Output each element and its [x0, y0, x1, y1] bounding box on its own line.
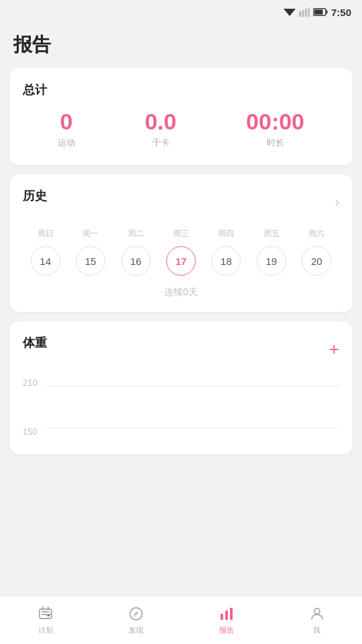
chart-top-line	[47, 386, 339, 386]
weight-card: 体重 + 210 150	[9, 321, 353, 454]
history-chevron-icon[interactable]: ›	[335, 195, 339, 209]
day-label-1: 周一	[72, 228, 109, 239]
report-icon	[218, 605, 235, 623]
day-label-3: 周三	[162, 228, 200, 239]
content-area: 总计 0 运动 0.0 千卡 00:00 时长 历史 › 周日 周一 周二 周	[0, 68, 362, 640]
nav-item-plan[interactable]: 计划	[0, 596, 90, 644]
nav-item-me[interactable]: 我	[272, 596, 362, 644]
svg-marker-0	[284, 9, 296, 16]
stat-calories: 0.0 千卡	[145, 110, 176, 149]
streak-text: 连续0天	[23, 286, 339, 299]
stat-exercise-value: 0	[60, 110, 72, 133]
date-15[interactable]: 15	[76, 246, 105, 276]
week-dates-row: 14 15 16 17 18 19 20	[23, 246, 339, 276]
svg-rect-2	[302, 10, 304, 17]
me-icon	[308, 605, 326, 623]
status-time: 7:50	[331, 7, 351, 18]
discover-icon	[127, 605, 145, 623]
date-17[interactable]: 17	[166, 246, 196, 276]
svg-rect-8	[40, 609, 52, 619]
nav-label-me: 我	[313, 625, 320, 635]
day-label-4: 周四	[207, 228, 245, 239]
plan-icon	[37, 605, 54, 623]
nav-label-plan: 计划	[38, 625, 53, 635]
chart-bottom-line	[47, 428, 339, 429]
day-label-5: 周五	[253, 228, 290, 239]
status-icons: 7:50	[284, 7, 351, 18]
svg-rect-11	[225, 610, 228, 620]
stat-duration: 00:00 时长	[246, 110, 304, 149]
stat-exercise-label: 运动	[58, 137, 75, 149]
day-label-0: 周日	[27, 228, 64, 239]
signal-icon	[299, 7, 310, 17]
date-14[interactable]: 14	[31, 246, 60, 276]
wifi-icon	[284, 7, 296, 17]
add-weight-button[interactable]: +	[329, 340, 339, 358]
history-header: 历史 ›	[23, 188, 339, 216]
weight-card-title: 体重	[23, 335, 47, 351]
nav-item-discover[interactable]: 发现	[90, 596, 181, 644]
svg-rect-12	[230, 608, 233, 620]
svg-rect-6	[326, 11, 327, 14]
history-card: 历史 › 周日 周一 周二 周三 周四 周五 周六 14 15 16 17 18…	[9, 174, 353, 312]
date-18[interactable]: 18	[211, 246, 241, 276]
stat-exercise: 0 运动	[58, 110, 75, 149]
total-stats: 0 运动 0.0 千卡 00:00 时长	[23, 110, 339, 152]
bottom-nav: 计划 发现 报告 我	[0, 596, 362, 644]
date-16[interactable]: 16	[121, 246, 151, 276]
svg-rect-3	[305, 9, 307, 17]
chart-top-label: 210	[23, 378, 38, 388]
svg-point-13	[314, 608, 320, 614]
day-label-6: 周六	[298, 228, 335, 239]
battery-icon	[313, 7, 328, 17]
day-label-2: 周二	[117, 228, 155, 239]
page-title: 报告	[13, 34, 51, 55]
stat-duration-value: 00:00	[246, 110, 304, 133]
status-bar: 7:50	[0, 0, 362, 24]
weight-chart: 210 150	[23, 374, 339, 441]
date-20[interactable]: 20	[302, 246, 331, 276]
nav-label-discover: 发现	[129, 625, 143, 635]
total-card: 总计 0 运动 0.0 千卡 00:00 时长	[9, 68, 353, 165]
svg-rect-4	[308, 7, 310, 17]
svg-rect-10	[221, 614, 223, 620]
stat-duration-label: 时长	[267, 137, 284, 149]
weight-header: 体重 +	[23, 335, 339, 363]
svg-rect-1	[299, 11, 301, 17]
history-card-title: 历史	[23, 188, 47, 204]
page-header: 报告	[0, 24, 362, 68]
nav-item-report[interactable]: 报告	[181, 596, 272, 644]
stat-calories-value: 0.0	[145, 110, 176, 133]
week-days-row: 周日 周一 周二 周三 周四 周五 周六	[23, 228, 339, 239]
stat-calories-label: 千卡	[152, 137, 170, 149]
nav-label-report: 报告	[219, 625, 234, 635]
date-19[interactable]: 19	[257, 246, 286, 276]
svg-rect-7	[314, 10, 322, 15]
chart-bottom-label: 150	[23, 427, 38, 437]
total-card-title: 总计	[23, 82, 339, 98]
